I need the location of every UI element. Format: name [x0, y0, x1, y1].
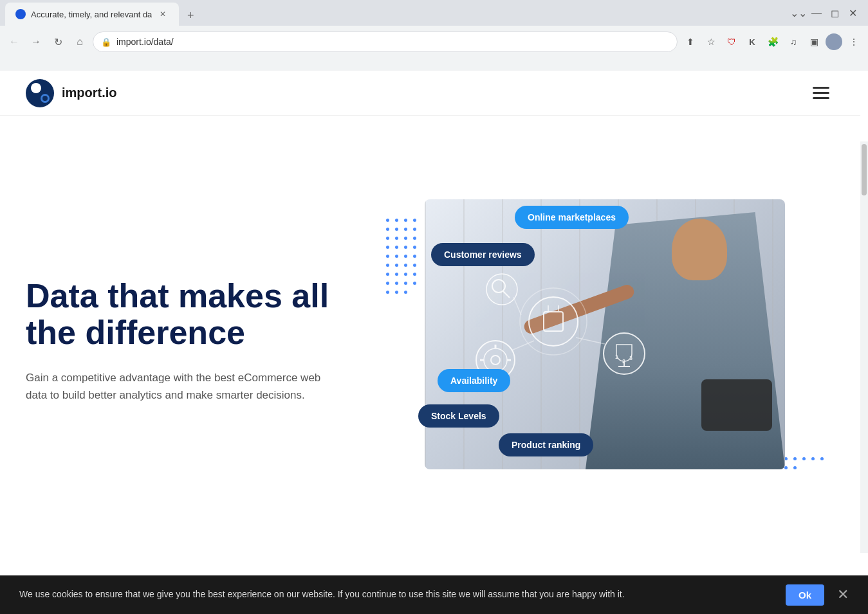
hamburger-menu-button[interactable] [808, 82, 835, 104]
badge-online-marketplaces: Online marketplaces [515, 206, 629, 229]
hero-section: Data that makes all the difference Gain … [0, 116, 860, 553]
badge-online-marketplaces-text: Online marketplaces [528, 212, 616, 222]
svg-text:2: 2 [622, 358, 625, 365]
new-tab-button[interactable]: + [181, 6, 199, 24]
hero-image-area: 1 2 3 Online marketplaces [386, 199, 835, 482]
logo-text: import.io [62, 86, 117, 100]
badge-product-ranking-text: Product ranking [512, 440, 580, 450]
svg-point-22 [486, 274, 517, 305]
shield-icon[interactable]: 🛡 [723, 33, 741, 51]
svg-point-1 [31, 83, 41, 93]
collapse-tabs-icon[interactable]: ⌄⌄ [791, 5, 806, 21]
badge-customer-reviews: Customer reviews [431, 243, 535, 266]
scrollbar[interactable] [860, 141, 868, 553]
reload-button[interactable]: ↻ [49, 33, 67, 51]
toolbar-extension-icons: ⬆ ☆ 🛡 K 🧩 ♫ ▣ ⋮ [681, 33, 863, 51]
tab-favicon [15, 9, 26, 19]
svg-point-0 [26, 79, 54, 107]
badge-availability-text: Availability [450, 375, 497, 386]
music-icon[interactable]: ♫ [784, 33, 802, 51]
badge-stock-levels: Stock Levels [418, 404, 499, 428]
svg-point-3 [42, 96, 48, 101]
share-icon[interactable]: ⬆ [681, 33, 699, 51]
hamburger-line-1 [813, 87, 829, 89]
badge-customer-reviews-text: Customer reviews [444, 249, 522, 260]
hamburger-line-2 [813, 92, 829, 94]
scrollbar-thumb[interactable] [862, 144, 867, 195]
svg-line-25 [513, 297, 521, 315]
hero-text-block: Data that makes all the difference Gain … [26, 278, 360, 404]
logo-area[interactable]: import.io [26, 79, 117, 107]
badge-availability: Availability [438, 369, 510, 392]
svg-text:3: 3 [629, 355, 633, 361]
svg-point-4 [529, 297, 578, 346]
split-view-icon[interactable]: ▣ [805, 33, 823, 51]
tablet [701, 379, 772, 431]
svg-text:1: 1 [615, 354, 618, 360]
user-avatar[interactable] [826, 33, 842, 50]
site-navigation: import.io [0, 71, 860, 116]
window-controls: ⌄⌄ — ◻ ✕ [783, 3, 868, 23]
hero-photo: 1 2 3 [425, 199, 785, 469]
restore-button[interactable]: ◻ [827, 5, 842, 21]
forward-button[interactable]: → [27, 33, 45, 51]
badge-stock-levels-text: Stock Levels [431, 411, 486, 421]
browser-toolbar: ← → ↻ ⌂ 🔒 import.io/data/ ⬆ ☆ 🛡 K 🧩 ♫ ▣ … [0, 26, 868, 58]
url-text: import.io/data/ [116, 37, 669, 47]
svg-point-16 [604, 333, 645, 374]
hamburger-line-3 [813, 97, 829, 99]
back-button[interactable]: ← [5, 33, 23, 51]
tab-title: Accurate, timely, and relevant da [31, 10, 152, 19]
badge-product-ranking: Product ranking [499, 433, 593, 456]
active-tab[interactable]: Accurate, timely, and relevant da ✕ [5, 3, 179, 26]
puzzle-icon[interactable]: 🧩 [764, 33, 782, 51]
minimize-button[interactable]: — [809, 5, 824, 21]
chrome-menu-icon[interactable]: ⋮ [845, 33, 863, 51]
home-button[interactable]: ⌂ [71, 33, 89, 51]
close-button[interactable]: ✕ [845, 5, 860, 21]
tab-close-icon[interactable]: ✕ [157, 8, 169, 20]
logo-icon [26, 79, 54, 107]
address-bar[interactable]: 🔒 import.io/data/ [93, 32, 678, 52]
bookmark-icon[interactable]: ☆ [702, 33, 720, 51]
browser-chrome: ⌄⌄ — ◻ ✕ Accurate, timely, and relevant … [0, 0, 868, 71]
page-content: import.io Data that makes all the differ… [0, 71, 868, 553]
lock-icon: 🔒 [101, 37, 111, 47]
hero-subtitle: Gain a competitive advantage with the be… [26, 369, 322, 404]
hero-title: Data that makes all the difference [26, 278, 360, 351]
tab-bar: Accurate, timely, and relevant da ✕ + [0, 0, 868, 26]
k-extension-icon[interactable]: K [743, 33, 761, 51]
dot-grid-top-left [386, 219, 421, 294]
